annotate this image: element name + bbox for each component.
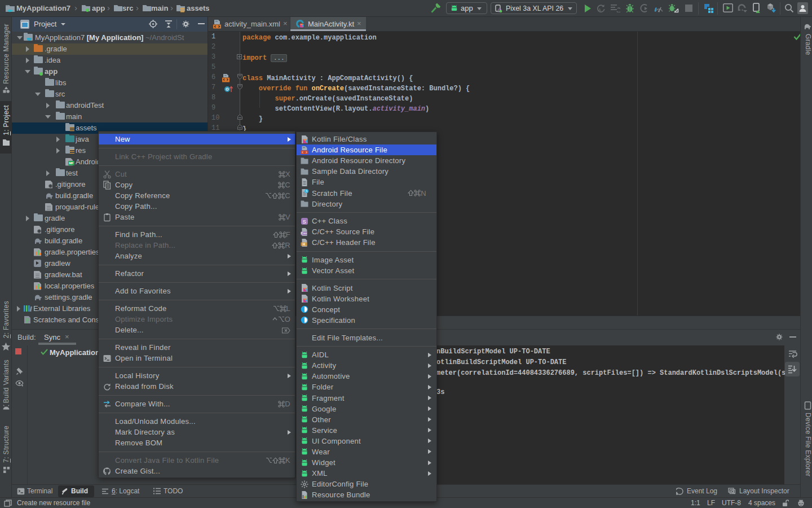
svg-text:S: S: [303, 218, 306, 224]
svg-text:H: H: [303, 242, 306, 246]
svg-text:C++: C++: [301, 231, 307, 235]
svg-text:A: A: [598, 8, 601, 12]
